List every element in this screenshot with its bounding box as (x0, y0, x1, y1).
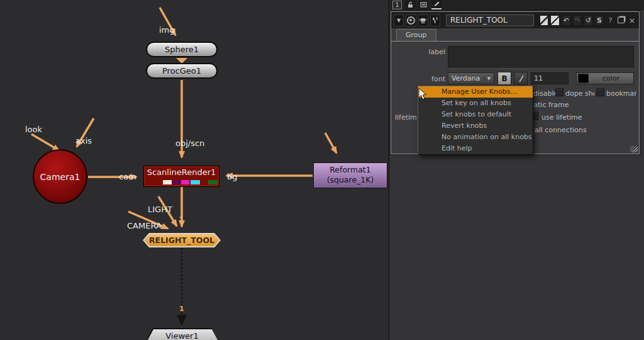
panel-menu-button[interactable]: ▼ (394, 14, 404, 26)
close-icon: × (628, 16, 635, 25)
undo-icon: ↶ (564, 16, 569, 25)
panel-color-swatch[interactable] (550, 15, 560, 26)
node-name-input[interactable] (446, 14, 534, 26)
panel-resize-grip[interactable] (630, 146, 638, 152)
node-viewer1[interactable]: Viewer1 (144, 328, 220, 340)
bookmark-checkbox[interactable] (596, 88, 604, 96)
triangle-down-icon: ▼ (397, 18, 401, 23)
context-menu: Manage User Knobs... Set key on all knob… (418, 86, 533, 155)
channel-chip-white (163, 180, 172, 184)
lock-panels-button[interactable] (405, 1, 415, 9)
nuke-window: img obj/scn look axis cam bg LIGHT CAMER… (0, 0, 644, 340)
label-knob-name: label (395, 48, 445, 56)
wire-label-axis: axis (75, 136, 92, 145)
revert-icon: ↺ (586, 16, 591, 25)
panel-tab-bar: Group (391, 28, 639, 42)
revert-button[interactable]: ↺ (584, 15, 593, 26)
bold-button[interactable]: B (497, 72, 511, 85)
center-in-nodegraph-button[interactable] (418, 14, 428, 26)
font-knob-name: font (395, 75, 445, 83)
use-lifetime-label: use lifetime (541, 113, 582, 122)
node-reformat1[interactable]: Reformat1 (square_1K) (313, 162, 387, 188)
font-family-value: Verdana (448, 74, 484, 82)
font-size-field[interactable]: 11 (531, 72, 569, 84)
dope-sheet-checkbox[interactable] (555, 88, 564, 96)
color-button[interactable]: color (576, 72, 634, 84)
close-all-panels-button[interactable] (418, 1, 428, 9)
max-panels-count[interactable]: 1 (392, 1, 402, 9)
node-scanlinerender1[interactable]: ScanlineRender1 (143, 166, 219, 187)
wire-label-cam: cam (119, 172, 136, 181)
wire-label-light: LIGHT (148, 205, 172, 214)
help-icon: ? (608, 16, 612, 25)
menu-item-manage-user-knobs[interactable]: Manage User Knobs... (418, 86, 533, 98)
wire-label-img: img (159, 25, 175, 35)
label-textarea[interactable] (448, 46, 634, 69)
wire-reformat-in[interactable] (325, 133, 336, 153)
focus-node-button[interactable] (406, 14, 416, 26)
bookmark-label: bookmar (606, 89, 636, 98)
dope-sheet-label: dope she (565, 89, 594, 98)
menu-item-edit-help[interactable]: Edit help (418, 143, 533, 154)
mouse-cursor-icon (418, 88, 428, 101)
wire-label-bg: bg (227, 172, 238, 181)
channel-chip-purple (172, 180, 180, 184)
color-swatch (578, 74, 589, 83)
tab-group[interactable]: Group (396, 29, 436, 41)
node-relight-tool[interactable]: RELIGHT_TOOL (143, 233, 221, 247)
menu-item-revert-knobs[interactable]: Revert knobs (418, 120, 533, 132)
properties-bin: 1 ▼ (389, 0, 644, 340)
wire-label-objscn: obj/scn (175, 139, 204, 148)
chevron-down-icon: ▼ (484, 76, 494, 81)
lifetime-knob-name: lifetim (395, 113, 417, 122)
lock-icon (407, 1, 414, 8)
redo-button[interactable]: ↷ (573, 15, 582, 26)
center-icon (419, 17, 427, 24)
viewer-input-number: 1 (179, 305, 184, 313)
channel-chip-cyan (191, 180, 200, 184)
wire-label-look: look (25, 125, 42, 134)
wire-look[interactable] (31, 134, 59, 150)
all-connections-label: all connections (535, 126, 587, 134)
redo-icon: ↷ (574, 16, 580, 25)
channel-chip-magenta (181, 180, 189, 184)
static-frame-label: tatic frame (531, 101, 569, 109)
pencil-icon (433, 1, 440, 8)
node-procgeo1[interactable]: ProcGeo1 (146, 63, 218, 79)
font-family-dropdown[interactable]: Verdana ▼ (448, 72, 494, 84)
float-panel-button[interactable] (616, 15, 625, 26)
channel-chip-green (208, 180, 218, 184)
wrench-icon (431, 16, 439, 24)
gizmo-settings-button[interactable] (430, 14, 440, 26)
relight-input-number: 1 (179, 215, 184, 224)
node-camera1[interactable]: Camera1 (33, 149, 87, 204)
viewer-arrowhead (177, 315, 187, 326)
wire-label-camera: CAMERA (127, 221, 162, 230)
float-window-icon (618, 17, 625, 23)
italic-button[interactable]: / (514, 72, 528, 85)
edit-mode-button[interactable] (431, 0, 441, 9)
help-button[interactable]: ? (606, 15, 614, 26)
disable-label: disable (533, 89, 558, 98)
color-button-label: color (589, 74, 633, 82)
node-sphere1[interactable]: Sphere1 (146, 42, 218, 57)
menu-item-set-knobs-to-default[interactable]: Set knobs to default (418, 109, 533, 120)
undo-button[interactable]: ↶ (562, 15, 571, 26)
target-icon (407, 16, 415, 25)
node-color-swatch[interactable] (540, 15, 549, 26)
panel-header: ▼ ↶ ↷ ↺ (391, 12, 639, 28)
properties-bin-toolbar: 1 (390, 0, 644, 10)
menu-item-no-animation-on-all-knobs[interactable]: No animation on all knobs (418, 132, 533, 143)
menu-item-set-key-on-all-knobs[interactable]: Set key on all knobs (418, 98, 533, 109)
script-button[interactable]: S (595, 15, 604, 26)
close-panel-button[interactable]: × (628, 15, 636, 26)
close-panels-icon (420, 1, 427, 8)
